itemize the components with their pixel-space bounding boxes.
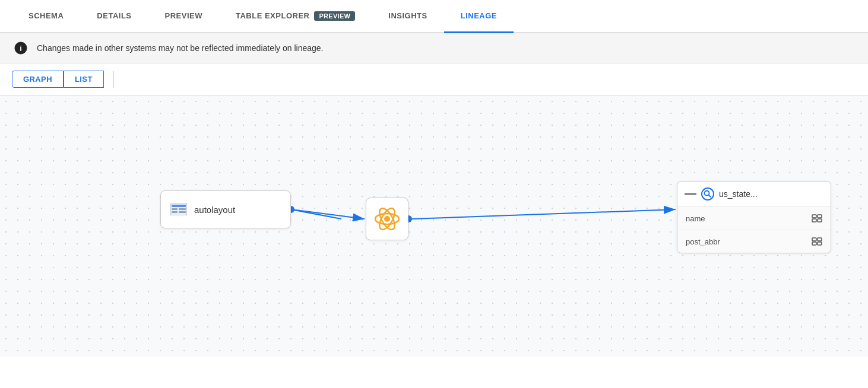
list-button[interactable]: LIST [64, 71, 104, 88]
svg-rect-23 [818, 215, 822, 218]
info-banner: i Changes made in other systems may not … [0, 33, 868, 63]
svg-rect-11 [172, 208, 178, 210]
svg-rect-24 [812, 219, 816, 222]
svg-rect-12 [172, 211, 178, 213]
svg-point-19 [702, 188, 714, 200]
svg-rect-14 [179, 211, 186, 213]
field-post-abbr-row: post_abbr [677, 230, 831, 253]
controls-divider [113, 71, 114, 88]
svg-rect-29 [818, 242, 822, 245]
field-name-icon [812, 213, 822, 224]
autolayout-icon [170, 203, 187, 215]
node-right[interactable]: us_state... name post_abbr [677, 181, 831, 253]
svg-point-15 [384, 216, 390, 222]
node-right-rows: name post_abbr [677, 207, 831, 253]
svg-rect-13 [179, 208, 186, 210]
info-message: Changes made in other systems may not be… [37, 43, 323, 53]
node-autolayout[interactable]: autolayout [160, 190, 291, 228]
tab-bar: SCHEMA DETAILS PREVIEW TABLE EXPLORER PR… [0, 0, 868, 33]
graph-button[interactable]: GRAPH [12, 71, 64, 88]
field-name-label: name [686, 214, 705, 223]
field-post-abbr-icon [812, 236, 822, 247]
graph-controls: GRAPH LIST [0, 63, 868, 96]
node-dash [685, 193, 696, 195]
svg-point-20 [705, 191, 709, 196]
svg-rect-27 [818, 238, 822, 241]
svg-rect-28 [812, 242, 816, 245]
search-circle-icon [701, 187, 714, 201]
svg-line-2 [291, 209, 341, 219]
svg-rect-22 [812, 215, 816, 218]
svg-rect-25 [818, 219, 822, 222]
tab-lineage[interactable]: LINEAGE [444, 0, 514, 33]
node-middle[interactable] [366, 198, 408, 240]
workflow-icon [374, 206, 400, 232]
svg-line-21 [709, 195, 711, 197]
svg-text:i: i [20, 44, 22, 53]
tab-details[interactable]: DETAILS [80, 0, 148, 33]
preview-badge: PREVIEW [314, 11, 355, 21]
lineage-canvas[interactable]: autolayout us_state... name [0, 96, 868, 357]
info-icon: i [14, 42, 27, 55]
svg-rect-10 [172, 205, 186, 207]
svg-line-8 [412, 209, 676, 219]
svg-line-5 [291, 209, 365, 219]
svg-rect-26 [812, 238, 816, 241]
field-post-abbr-label: post_abbr [686, 237, 720, 246]
field-name-row: name [677, 207, 831, 230]
autolayout-label: autolayout [194, 205, 235, 215]
node-right-title: us_state... [719, 189, 758, 199]
node-right-header: us_state... [677, 182, 831, 207]
tab-insights[interactable]: INSIGHTS [372, 0, 443, 33]
tab-preview[interactable]: PREVIEW [148, 0, 219, 33]
tab-schema[interactable]: SCHEMA [12, 0, 80, 33]
tab-table-explorer[interactable]: TABLE EXPLORER PREVIEW [219, 0, 372, 33]
